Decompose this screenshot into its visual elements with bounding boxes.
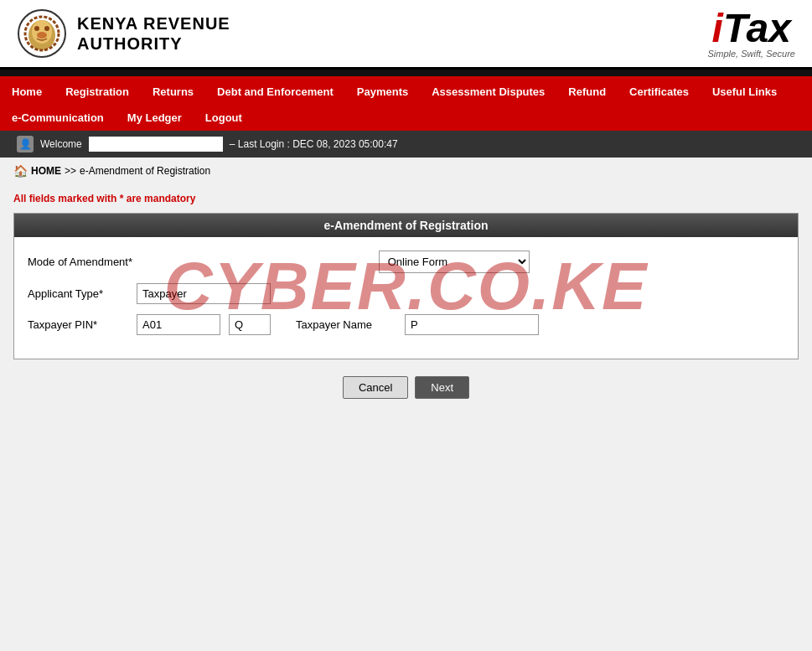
taxpayer-pin-input[interactable] (137, 314, 220, 335)
applicant-input[interactable] (137, 283, 271, 304)
nav-useful-links[interactable]: Useful Links (701, 79, 789, 105)
page-header: Kenya Revenue Authority iTax Simple, Swi… (0, 0, 812, 70)
kra-lion-icon (17, 8, 67, 59)
nav-returns[interactable]: Returns (141, 79, 205, 105)
breadcrumb-separator: >> (65, 165, 76, 177)
itax-tagline: Simple, Swift, Secure (707, 49, 795, 59)
mode-label: Mode of Amendment* (28, 256, 132, 268)
form-title: e-Amendment of Registration (14, 214, 798, 237)
applicant-row: Applicant Type* (28, 283, 784, 304)
welcome-bar: 👤 Welcome – Last Login : DEC 08, 2023 05… (0, 131, 812, 158)
main-nav: Home Registration Returns Debt and Enfor… (0, 79, 812, 131)
nav-assessment[interactable]: Assessment Disputes (420, 79, 556, 105)
breadcrumb: 🏠 HOME >> e-Amendment of Registration (0, 158, 812, 184)
itax-brand-text: iTax (712, 8, 791, 49)
breadcrumb-home[interactable]: HOME (31, 165, 61, 177)
nav-registration[interactable]: Registration (54, 79, 141, 105)
next-button[interactable]: Next (415, 376, 469, 399)
applicant-label: Applicant Type* (28, 287, 128, 300)
nav-debt[interactable]: Debt and Enforcement (205, 79, 345, 105)
cancel-button[interactable]: Cancel (343, 376, 408, 399)
nav-refund[interactable]: Refund (556, 79, 618, 105)
taxpayer-name-label: Taxpayer Name (296, 318, 396, 331)
last-login-text: – Last Login : DEC 08, 2023 05:00:47 (230, 138, 398, 150)
username-field[interactable] (89, 137, 223, 152)
kra-name: Kenya Revenue Authority (77, 13, 230, 54)
header-thick-bar (0, 70, 812, 76)
mode-select[interactable]: Online Form Upload Form (379, 251, 530, 273)
taxpayer-pin-label: Taxpayer PIN* (28, 318, 128, 331)
itax-logo: iTax Simple, Swift, Secure (707, 8, 795, 59)
nav-my-ledger[interactable]: My Ledger (116, 105, 194, 131)
user-icon: 👤 (17, 136, 34, 152)
nav-home[interactable]: Home (0, 79, 54, 105)
nav-ecommunication[interactable]: e-Communication (0, 105, 116, 131)
amendment-form: e-Amendment of Registration Mode of Amen… (13, 213, 799, 359)
svg-point-4 (44, 26, 49, 31)
breadcrumb-current: e-Amendment of Registration (80, 165, 210, 177)
welcome-label: Welcome (40, 138, 82, 150)
svg-point-5 (37, 32, 47, 39)
mode-row: Mode of Amendment* Online Form Upload Fo… (28, 251, 784, 273)
taxpayer-pin-extra[interactable] (229, 314, 271, 335)
taxpayer-row: Taxpayer PIN* Taxpayer Name (28, 314, 784, 335)
form-body: Mode of Amendment* Online Form Upload Fo… (14, 237, 798, 359)
form-buttons: Cancel Next (0, 376, 812, 399)
svg-point-3 (34, 26, 39, 31)
mandatory-note: All fields marked with * are mandatory (0, 184, 812, 213)
home-icon: 🏠 (13, 164, 28, 178)
kra-logo-group: Kenya Revenue Authority (17, 8, 230, 59)
nav-logout[interactable]: Logout (194, 105, 254, 131)
form-wrapper: CYBER.CO.KE e-Amendment of Registration … (0, 213, 812, 359)
nav-payments[interactable]: Payments (345, 79, 420, 105)
nav-certificates[interactable]: Certificates (618, 79, 701, 105)
taxpayer-name-input[interactable] (405, 314, 539, 335)
